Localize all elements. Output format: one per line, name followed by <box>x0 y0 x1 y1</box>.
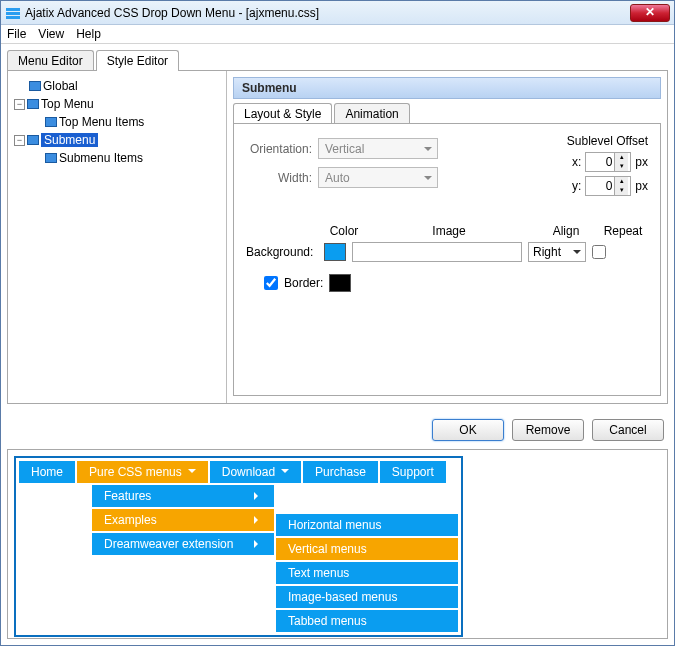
sub-features[interactable]: Features <box>91 484 275 508</box>
offset-y-input[interactable]: ▴▾ <box>585 176 631 196</box>
spin-down-icon[interactable]: ▾ <box>614 186 628 195</box>
app-window: Ajatix Advanced CSS Drop Down Menu - [aj… <box>0 0 675 646</box>
menu-file[interactable]: File <box>7 27 26 41</box>
width-combo[interactable]: Auto <box>318 167 438 188</box>
bg-color-swatch[interactable] <box>324 243 346 261</box>
bg-image-input[interactable] <box>352 242 522 262</box>
nav-pure-css-menus[interactable]: Pure CSS menus <box>76 460 209 484</box>
close-button[interactable]: ✕ <box>630 4 670 22</box>
nav-home[interactable]: Home <box>18 460 76 484</box>
tree-submenu[interactable]: Submenu <box>41 133 98 147</box>
layout-panel: Orientation: Vertical Width: Auto Sublev… <box>233 123 661 396</box>
orientation-label: Orientation: <box>246 142 318 156</box>
menu-view[interactable]: View <box>38 27 64 41</box>
border-label: Border: <box>284 276 323 290</box>
sub-vertical[interactable]: Vertical menus <box>275 537 459 561</box>
menu-help[interactable]: Help <box>76 27 101 41</box>
properties-pane: Submenu Layout & Style Animation Orienta… <box>227 71 667 403</box>
border-color-swatch[interactable] <box>329 274 351 292</box>
nav-support[interactable]: Support <box>379 460 447 484</box>
submenu-col1: Features Examples Dreamweaver extension <box>91 484 275 633</box>
tree-global[interactable]: Global <box>43 79 78 93</box>
spin-down-icon[interactable]: ▾ <box>614 162 628 171</box>
tab-layout-style[interactable]: Layout & Style <box>233 103 332 124</box>
node-icon <box>29 81 41 91</box>
hdr-repeat: Repeat <box>598 224 648 238</box>
sub-tabbed[interactable]: Tabbed menus <box>275 609 459 633</box>
spin-up-icon[interactable]: ▴ <box>614 177 628 186</box>
repeat-checkbox[interactable] <box>592 245 606 259</box>
hdr-color: Color <box>324 224 364 238</box>
offset-y-label: y: <box>572 179 581 193</box>
border-checkbox[interactable] <box>264 276 278 290</box>
tree-top-menu-items[interactable]: Top Menu Items <box>59 115 144 129</box>
collapse-icon[interactable]: − <box>14 135 25 146</box>
spin-up-icon[interactable]: ▴ <box>614 153 628 162</box>
node-icon <box>45 153 57 163</box>
collapse-icon[interactable]: − <box>14 99 25 110</box>
hdr-image: Image <box>364 224 534 238</box>
sub-tabs: Layout & Style Animation <box>233 103 661 124</box>
main-tabs: Menu Editor Style Editor <box>1 44 674 71</box>
submenu-col2: Horizontal menus Vertical menus Text men… <box>275 513 459 633</box>
sub-image-based[interactable]: Image-based menus <box>275 585 459 609</box>
titlebar: Ajatix Advanced CSS Drop Down Menu - [aj… <box>1 1 674 25</box>
bg-headers: Color Image Align Repeat <box>246 224 648 238</box>
preview-menu: Home Pure CSS menus Download Purchase Su… <box>14 456 463 637</box>
node-icon <box>27 99 39 109</box>
svg-rect-1 <box>6 12 20 15</box>
preview-pane: Home Pure CSS menus Download Purchase Su… <box>7 449 668 639</box>
menubar: File View Help <box>1 25 674 44</box>
offset-title: Sublevel Offset <box>567 134 648 148</box>
width-label: Width: <box>246 171 318 185</box>
background-row: Background: Right <box>246 242 648 262</box>
dialog-buttons: OK Remove Cancel <box>1 411 674 449</box>
remove-button[interactable]: Remove <box>512 419 584 441</box>
nav-purchase[interactable]: Purchase <box>302 460 379 484</box>
tree-submenu-items[interactable]: Submenu Items <box>59 151 143 165</box>
offset-x-input[interactable]: ▴▾ <box>585 152 631 172</box>
tab-animation[interactable]: Animation <box>334 103 409 124</box>
sub-horizontal[interactable]: Horizontal menus <box>275 513 459 537</box>
offset-x-label: x: <box>572 155 581 169</box>
orientation-combo[interactable]: Vertical <box>318 138 438 159</box>
svg-rect-0 <box>6 8 20 11</box>
px-label: px <box>635 179 648 193</box>
tab-style-editor[interactable]: Style Editor <box>96 50 179 71</box>
sublevel-offset: Sublevel Offset x: ▴▾ px y: ▴▾ px <box>567 134 648 200</box>
cancel-button[interactable]: Cancel <box>592 419 664 441</box>
sub-examples[interactable]: Examples <box>91 508 275 532</box>
preview-top-row: Home Pure CSS menus Download Purchase Su… <box>18 460 459 484</box>
border-row: Border: <box>246 274 648 292</box>
preview-submenu: Features Examples Dreamweaver extension … <box>18 484 459 633</box>
editor-panel: Global −Top Menu Top Menu Items −Submenu… <box>7 70 668 404</box>
nav-download[interactable]: Download <box>209 460 302 484</box>
svg-rect-2 <box>6 16 20 19</box>
node-icon <box>27 135 39 145</box>
section-title: Submenu <box>233 77 661 99</box>
window-title: Ajatix Advanced CSS Drop Down Menu - [aj… <box>25 6 630 20</box>
sub-text[interactable]: Text menus <box>275 561 459 585</box>
align-select[interactable]: Right <box>528 242 586 262</box>
sub-dreamweaver[interactable]: Dreamweaver extension <box>91 532 275 556</box>
px-label: px <box>635 155 648 169</box>
node-icon <box>45 117 57 127</box>
background-label: Background: <box>246 245 318 259</box>
tab-menu-editor[interactable]: Menu Editor <box>7 50 94 71</box>
app-icon <box>5 5 21 21</box>
hdr-align: Align <box>534 224 598 238</box>
style-tree: Global −Top Menu Top Menu Items −Submenu… <box>8 71 227 403</box>
ok-button[interactable]: OK <box>432 419 504 441</box>
tree-top-menu[interactable]: Top Menu <box>41 97 94 111</box>
